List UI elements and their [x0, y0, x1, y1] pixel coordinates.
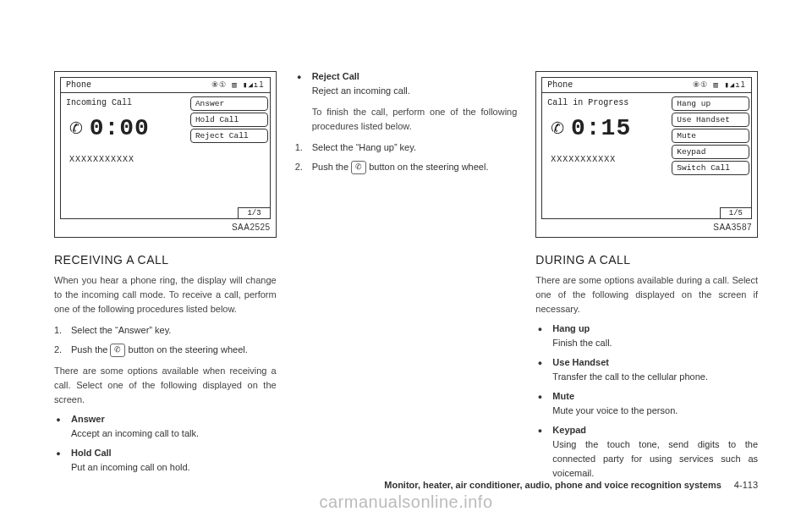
step-text: Select the “Answer” key. — [71, 323, 277, 338]
bullet-item: ●Answer Accept an incoming call to talk. — [54, 414, 277, 441]
steps-list: 1. Select the “Answer” key. 2. Push the … — [54, 323, 277, 357]
bullet-dot-icon: ● — [295, 74, 304, 81]
call-timer: 0:15 — [571, 115, 631, 141]
phone-button-icon: ✆ — [351, 161, 366, 174]
figure-right-panel: Hang up Use Handset Mute Keypad Switch C… — [670, 93, 751, 208]
section-heading: DURING A CALL — [535, 253, 758, 267]
figure-body: Call in Progress ✆ 0:15 XXXXXXXXXXX Hang… — [542, 93, 751, 208]
bullet-dot-icon: ● — [535, 360, 544, 367]
bullet-desc: Reject an incoming call. — [312, 84, 518, 98]
menu-item-mute: Mute — [672, 129, 749, 143]
column-3: Phone ⑧① ▥ ▮◢ıl Call in Progress ✆ 0:15 … — [535, 71, 758, 487]
step-number: 1. — [295, 140, 305, 155]
figure-right-panel: Answer Hold Call Reject Call — [189, 93, 270, 208]
figure-titlebar: Phone ⑧① ▥ ▮◢ıl — [542, 78, 751, 93]
figure-left-panel: Call in Progress ✆ 0:15 XXXXXXXXXXX — [542, 93, 670, 208]
bullet-desc: Mute your voice to the person. — [552, 404, 758, 418]
figure-body: Incoming Call ✆ 0:00 XXXXXXXXXXX Answer … — [61, 93, 270, 208]
bullet-item: ●Mute Mute your voice to the person. — [535, 391, 758, 418]
bullet-desc: Accept an incoming call to talk. — [71, 426, 277, 441]
figure-incoming-call: Phone ⑧① ▥ ▮◢ıl Incoming Call ✆ 0:00 XXX… — [54, 71, 277, 238]
bullet-name: Hold Call — [71, 448, 112, 458]
bullet-dot-icon: ● — [535, 393, 544, 401]
bullet-dot-icon: ● — [54, 416, 63, 424]
time-row: ✆ 0:00 — [69, 114, 184, 141]
column-2: ●Reject Call Reject an incoming call. To… — [295, 71, 518, 487]
step-item: 1. Select the “Answer” key. — [54, 323, 277, 338]
call-status: Call in Progress — [547, 98, 665, 107]
section-heading: RECEIVING A CALL — [54, 253, 277, 267]
intro-text: There are some options available during … — [535, 273, 758, 316]
bullet-list: ●Hang up Finish the call. ●Use Handset T… — [535, 323, 758, 481]
menu-item-hold: Hold Call — [190, 113, 268, 127]
bullet-desc: Finish the call. — [552, 336, 758, 350]
bullet-list: ●Answer Accept an incoming call to talk.… — [54, 414, 277, 475]
figure-status-icons: ⑧① ▥ ▮◢ıl — [693, 80, 746, 90]
footer: Monitor, heater, air conditioner, audio,… — [384, 480, 758, 490]
bullet-desc: Put an incoming call on hold. — [71, 460, 277, 475]
figure-status-icons: ⑧① ▥ ▮◢ıl — [211, 80, 265, 90]
step-number: 1. — [54, 323, 64, 338]
figure-left-panel: Incoming Call ✆ 0:00 XXXXXXXXXXX — [61, 93, 189, 208]
menu-item-handset: Use Handset — [672, 113, 749, 127]
figure-label: SAA2525 — [60, 219, 271, 232]
column-1: Phone ⑧① ▥ ▮◢ıl Incoming Call ✆ 0:00 XXX… — [54, 71, 277, 487]
caller-id: XXXXXXXXXXX — [551, 155, 665, 164]
bullet-list: ●Reject Call Reject an incoming call. — [295, 71, 518, 98]
footer-section: Monitor, heater, air conditioner, audio,… — [384, 480, 721, 490]
bullet-dot-icon: ● — [535, 427, 544, 435]
figure-during-call: Phone ⑧① ▥ ▮◢ıl Call in Progress ✆ 0:15 … — [535, 71, 758, 238]
bullet-item: ●Use Handset Transfer the call to the ce… — [535, 357, 758, 384]
page: Phone ⑧① ▥ ▮◢ıl Incoming Call ✆ 0:00 XXX… — [0, 0, 812, 509]
step-number: 2. — [295, 160, 305, 174]
bullet-name: Answer — [71, 414, 105, 424]
intro-text: When you hear a phone ring, the display … — [54, 273, 277, 316]
phone-button-icon: ✆ — [110, 344, 125, 357]
call-timer: 0:00 — [90, 115, 150, 141]
bullet-item: ●Reject Call Reject an incoming call. — [295, 71, 518, 98]
step-text: Push the ✆ button on the steering wheel. — [71, 343, 277, 357]
bullet-item: ●Hold Call Put an incoming call on hold. — [54, 448, 277, 475]
menu-item-switch: Switch Call — [672, 161, 749, 175]
menu-item-keypad: Keypad — [672, 145, 749, 159]
bullet-dot-icon: ● — [535, 326, 544, 333]
menu-item-hangup: Hang up — [672, 96, 749, 111]
figure-screen: Phone ⑧① ▥ ▮◢ıl Call in Progress ✆ 0:15 … — [541, 77, 752, 219]
call-status: Incoming Call — [66, 98, 184, 107]
figure-label: SAA3587 — [541, 219, 752, 232]
step-item: 2. Push the ✆ button on the steering whe… — [54, 343, 277, 357]
figure-title: Phone — [547, 80, 573, 90]
menu-item-answer: Answer — [190, 96, 268, 111]
step-text: Push the ✆ button on the steering wheel. — [312, 160, 518, 174]
bullet-desc: Transfer the call to the cellular phone. — [552, 370, 758, 384]
menu-item-reject: Reject Call — [190, 129, 268, 143]
figure-screen: Phone ⑧① ▥ ▮◢ıl Incoming Call ✆ 0:00 XXX… — [60, 77, 271, 219]
figure-titlebar: Phone ⑧① ▥ ▮◢ıl — [61, 78, 270, 93]
step-text: Select the “Hang up” key. — [312, 140, 518, 155]
figure-title: Phone — [66, 80, 91, 90]
time-row: ✆ 0:15 — [551, 114, 665, 141]
finish-text: To finish the call, perform one of the f… — [312, 105, 518, 134]
bullet-dot-icon: ● — [54, 450, 63, 458]
footer-page: 4-113 — [734, 480, 758, 490]
phone-icon: ✆ — [69, 114, 83, 141]
phone-icon: ✆ — [551, 114, 564, 141]
figure-counter: 1/5 — [720, 207, 751, 218]
bullet-name: Reject Call — [312, 71, 359, 81]
bullet-name: Mute — [552, 391, 574, 401]
options-intro: There are some options available when re… — [54, 364, 277, 407]
caller-id: XXXXXXXXXXX — [69, 155, 184, 164]
step-item: 2. Push the ✆ button on the steering whe… — [295, 160, 518, 174]
step-number: 2. — [54, 343, 64, 357]
bullet-name: Keypad — [552, 425, 586, 435]
bullet-name: Use Handset — [552, 357, 609, 367]
steps-list: 1. Select the “Hang up” key. 2. Push the… — [295, 140, 518, 174]
figure-counter: 1/3 — [238, 207, 269, 218]
step-item: 1. Select the “Hang up” key. — [295, 140, 518, 155]
bullet-desc: Using the touch tone, send digits to the… — [552, 437, 758, 481]
bullet-name: Hang up — [552, 323, 590, 333]
bullet-item: ●Hang up Finish the call. — [535, 323, 758, 350]
bullet-item: ●Keypad Using the touch tone, send digit… — [535, 425, 758, 481]
